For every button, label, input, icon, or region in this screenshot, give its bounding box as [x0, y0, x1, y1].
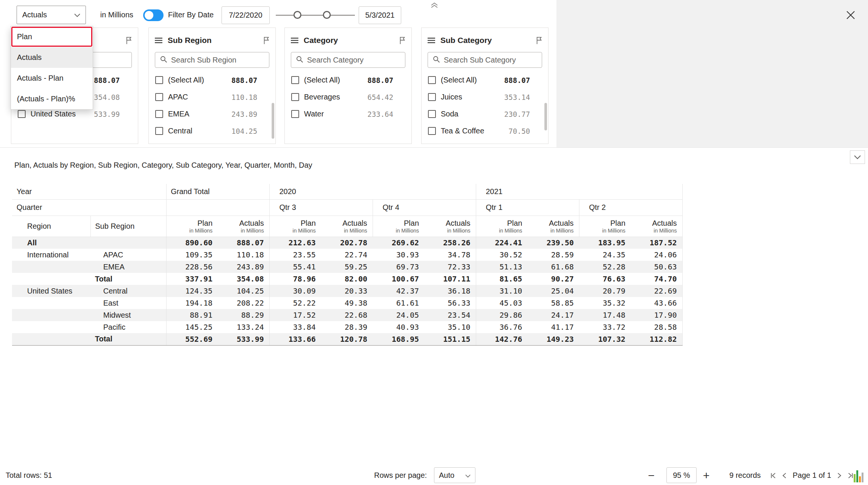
value-cell: 34.78: [424, 249, 476, 261]
checkbox[interactable]: [18, 110, 26, 118]
scrollbar-thumb[interactable]: [272, 103, 274, 139]
menu-item-plan[interactable]: Plan: [11, 26, 93, 47]
date-range-slider[interactable]: [272, 9, 359, 21]
flag-icon[interactable]: [126, 37, 132, 44]
slicer-search-input[interactable]: Search Sub Region: [155, 52, 269, 68]
slicer-item-select-all[interactable]: (Select All)888.07: [422, 72, 548, 89]
table-row[interactable]: All890.60888.07212.63202.78269.62258.262…: [12, 237, 682, 249]
value-cell: 51.13: [476, 261, 527, 273]
slicer-item-label: Juices: [441, 93, 504, 101]
filter-by-date-label: Filter By Date: [168, 6, 214, 24]
previous-page-icon[interactable]: [780, 470, 790, 481]
rows-per-page-label: Rows per page:: [374, 466, 427, 485]
quarter-header-qtr-2[interactable]: Qtr 2: [579, 199, 682, 216]
quarter-header-qtr-4[interactable]: Qtr 4: [373, 199, 476, 216]
chevron-down-icon: [465, 471, 471, 480]
value-cell: 30.09: [269, 285, 321, 297]
table-row[interactable]: United StatesCentral124.35104.2530.0920.…: [12, 285, 682, 297]
quarter-header-qtr-3[interactable]: Qtr 3: [269, 199, 373, 216]
slicer-header: Sub Category: [422, 28, 548, 48]
value-cell: 61.61: [373, 297, 424, 309]
checkbox[interactable]: [291, 76, 299, 84]
checkbox[interactable]: [155, 110, 163, 118]
collapse-filters-icon[interactable]: [429, 1, 439, 9]
table-row[interactable]: Total337.91354.0878.9682.00100.67107.118…: [12, 273, 682, 285]
checkbox[interactable]: [428, 76, 436, 84]
slicer-item-tea-coffee[interactable]: Tea & Coffee70.50: [422, 122, 548, 139]
table-row[interactable]: InternationalAPAC109.35110.1823.5522.743…: [12, 249, 682, 261]
checkbox[interactable]: [291, 110, 299, 118]
slicer-item-beverages[interactable]: Beverages654.42: [285, 89, 411, 106]
end-date-input[interactable]: 5/3/2021: [359, 6, 401, 24]
value-cell: 74.70: [631, 273, 682, 285]
slicer-item-mixed-water[interactable]: Mixed Water105.21: [422, 139, 548, 144]
flag-icon[interactable]: [536, 37, 542, 44]
slicer-item-select-all[interactable]: (Select All)888.07: [149, 72, 275, 89]
value-cell: 888.07: [218, 237, 269, 249]
first-page-icon[interactable]: [769, 470, 778, 481]
checkbox[interactable]: [428, 110, 436, 118]
slicer-item-juices[interactable]: Juices353.14: [422, 89, 548, 106]
slicer-search-input[interactable]: Search Category: [291, 52, 405, 68]
table-row[interactable]: Midwest88.9188.2917.5222.6824.0523.5429.…: [12, 309, 682, 321]
year-2020-header[interactable]: 2020: [269, 184, 476, 199]
hamburger-icon[interactable]: [291, 37, 300, 43]
hamburger-icon[interactable]: [428, 37, 437, 43]
slicer-item-apac[interactable]: APAC110.18: [149, 89, 275, 106]
zoom-out-button[interactable]: −: [648, 466, 655, 485]
measure-dropdown[interactable]: Actuals: [17, 6, 86, 24]
flag-icon[interactable]: [263, 37, 269, 44]
value-cell: 49.38: [321, 297, 373, 309]
slicer-item-emea[interactable]: EMEA243.89: [149, 106, 275, 122]
slicer-title: Sub Region: [168, 36, 263, 45]
slicer-item-water[interactable]: Water233.64: [285, 106, 411, 122]
start-date-input[interactable]: 7/22/2020: [222, 6, 270, 24]
table-row[interactable]: EMEA228.56243.8955.4159.2569.7372.3351.1…: [12, 261, 682, 273]
slicer-category: CategorySearch Category(Select All)888.0…: [284, 28, 412, 144]
region-cell: [12, 261, 90, 273]
checkbox[interactable]: [428, 93, 436, 101]
year-2021-header[interactable]: 2021: [476, 184, 682, 199]
slicer-item-select-all[interactable]: (Select All)888.07: [285, 72, 411, 89]
table-row[interactable]: Pacific145.25133.2433.8428.3940.9335.103…: [12, 321, 682, 333]
rows-per-page-dropdown[interactable]: Auto: [434, 467, 475, 483]
hamburger-icon[interactable]: [155, 37, 164, 43]
slicer-item-label: Water: [304, 110, 367, 118]
value-cell: 24.06: [631, 249, 682, 261]
slicer-item-value: 888.07: [94, 76, 120, 84]
value-cell: 28.59: [527, 249, 579, 261]
value-cell: 17.90: [631, 309, 682, 321]
checkbox[interactable]: [155, 76, 163, 84]
table-row[interactable]: Total552.69533.99133.66120.78168.95151.1…: [12, 333, 682, 345]
checkbox[interactable]: [291, 93, 299, 101]
slicer-item-central[interactable]: Central104.25: [149, 122, 275, 139]
slicer-item-soda[interactable]: Soda230.77: [422, 106, 548, 122]
value-cell: 269.62: [373, 237, 424, 249]
value-cell: 24.05: [373, 309, 424, 321]
checkbox[interactable]: [155, 93, 163, 101]
slicer-search-input[interactable]: Search Sub Category: [428, 52, 542, 68]
slicer-item-east[interactable]: East208.22: [149, 139, 275, 144]
menu-item-actuals-plan[interactable]: (Actuals - Plan)%: [11, 89, 93, 109]
region-cell: [12, 273, 90, 285]
quarter-header-qtr-1[interactable]: Qtr 1: [476, 199, 579, 216]
scrollbar-thumb[interactable]: [544, 103, 547, 130]
zoom-level-input[interactable]: 95 %: [666, 467, 697, 483]
next-page-icon[interactable]: [834, 470, 844, 481]
sub-region-cell: [90, 237, 166, 249]
slider-handle-end[interactable]: [323, 11, 331, 19]
table-row[interactable]: East194.18208.2252.2249.3861.6156.3345.0…: [12, 297, 682, 309]
close-icon[interactable]: [844, 8, 857, 22]
collapse-table-button[interactable]: [850, 150, 865, 164]
menu-item-actuals-plan[interactable]: Actuals - Plan: [11, 68, 93, 89]
rows-per-page-value: Auto: [439, 471, 454, 480]
sub-region-cell: Central: [90, 285, 166, 297]
slider-handle-start[interactable]: [293, 11, 301, 19]
slicer-header: Sub Region: [149, 28, 275, 48]
zoom-in-button[interactable]: +: [703, 466, 710, 485]
menu-item-actuals[interactable]: Actuals: [11, 47, 93, 68]
flag-icon[interactable]: [399, 37, 405, 44]
checkbox[interactable]: [155, 127, 163, 135]
filter-by-date-toggle[interactable]: [143, 9, 164, 21]
checkbox[interactable]: [428, 127, 436, 135]
